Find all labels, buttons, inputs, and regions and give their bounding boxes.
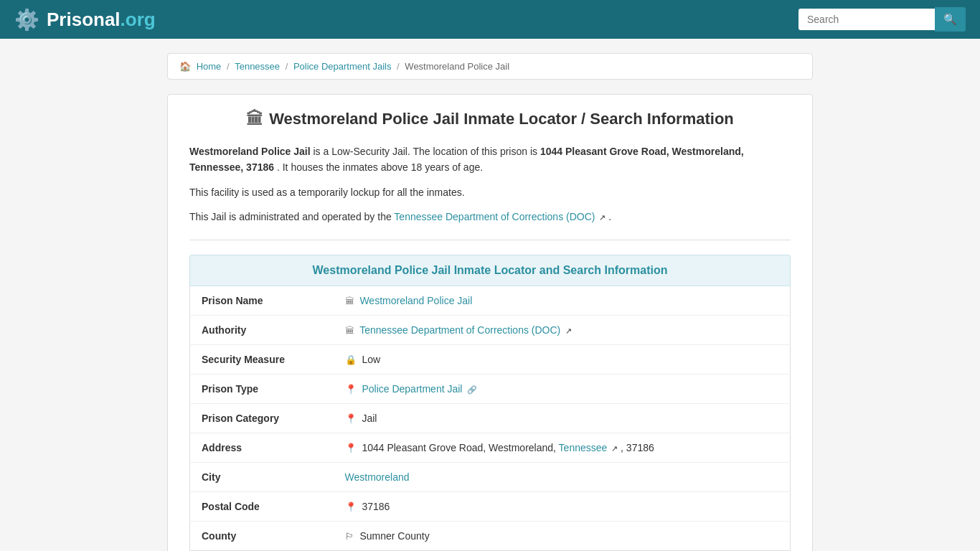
authority-link[interactable]: Tennessee Department of Corrections (DOC… <box>359 324 560 336</box>
table-row: Prison Category 📍 Jail <box>190 403 791 433</box>
description-1: Westmoreland Police Jail is a Low-Securi… <box>189 143 791 176</box>
search-input[interactable] <box>798 9 935 30</box>
value-prison-type: 📍 Police Department Jail 🔗 <box>334 374 791 403</box>
prison-title-icon: 🏛 <box>246 109 263 129</box>
logo-area: ⚙️ Prisonal.org <box>14 8 156 32</box>
value-prison-category: 📍 Jail <box>334 403 791 433</box>
postal-value: 37186 <box>362 501 390 512</box>
county-icon: 🏳 <box>345 531 354 542</box>
authority-icon: 🏛 <box>345 325 354 336</box>
breadcrumb-current: Westmoreland Police Jail <box>405 61 509 72</box>
prison-type-link[interactable]: Police Department Jail <box>362 383 462 395</box>
security-value: Low <box>362 354 380 365</box>
value-address: 📍 1044 Pleasant Grove Road, Westmoreland… <box>334 433 791 462</box>
value-postal: 📍 37186 <box>334 491 791 521</box>
label-security: Security Measure <box>190 344 334 374</box>
value-city: Westmoreland <box>334 462 791 491</box>
label-county: County <box>190 521 334 550</box>
description-2: This facility is used as a temporarily l… <box>189 184 791 200</box>
address-text-end: , 37186 <box>621 442 654 453</box>
table-row: City Westmoreland <box>190 462 791 491</box>
address-text-start: 1044 Pleasant Grove Road, Westmoreland, <box>362 442 558 453</box>
prison-type-chain-icon: 🔗 <box>467 385 477 394</box>
search-button[interactable]: 🔍 <box>935 7 966 32</box>
desc3-end: . <box>608 211 611 222</box>
prison-type-icon: 📍 <box>345 384 357 395</box>
table-row: Prison Type 📍 Police Department Jail 🔗 <box>190 374 791 403</box>
prison-name-link[interactable]: Westmoreland Police Jail <box>359 295 472 306</box>
breadcrumb-sep2: / <box>286 61 291 72</box>
ext-link-icon: ↗ <box>599 213 606 222</box>
breadcrumb: 🏠 Home / Tennessee / Police Department J… <box>167 53 813 80</box>
prison-category-value: Jail <box>362 413 377 424</box>
table-row: Prison Name 🏛 Westmoreland Police Jail <box>190 286 791 316</box>
prison-name-icon: 🏛 <box>345 296 354 306</box>
label-prison-type: Prison Type <box>190 374 334 403</box>
site-header: ⚙️ Prisonal.org 🔍 <box>0 0 980 39</box>
breadcrumb-tennessee[interactable]: Tennessee <box>235 61 280 72</box>
label-prison-category: Prison Category <box>190 403 334 433</box>
county-value: Sumner County <box>359 530 429 542</box>
info-table: Prison Name 🏛 Westmoreland Police Jail A… <box>189 286 791 551</box>
logo-icon: ⚙️ <box>14 8 39 32</box>
value-security: 🔒 Low <box>334 344 791 374</box>
table-row: Postal Code 📍 37186 <box>190 491 791 521</box>
table-row: County 🏳 Sumner County <box>190 521 791 550</box>
label-city: City <box>190 462 334 491</box>
page-title: 🏛 Westmoreland Police Jail Inmate Locato… <box>189 109 791 129</box>
desc1-end: . It houses the inmates above 18 years o… <box>277 161 483 173</box>
desc1-start: is a Low-Security Jail. The location of … <box>313 146 540 157</box>
table-row: Security Measure 🔒 Low <box>190 344 791 374</box>
address-state-link[interactable]: Tennessee <box>559 442 608 453</box>
label-address: Address <box>190 433 334 462</box>
label-prison-name: Prison Name <box>190 286 334 316</box>
table-row: Address 📍 1044 Pleasant Grove Road, West… <box>190 433 791 462</box>
label-authority: Authority <box>190 315 334 344</box>
table-row: Authority 🏛 Tennessee Department of Corr… <box>190 315 791 344</box>
postal-icon: 📍 <box>345 501 357 512</box>
address-ext-icon: ↗ <box>611 444 618 453</box>
value-prison-name: 🏛 Westmoreland Police Jail <box>334 286 791 316</box>
breadcrumb-police-jails[interactable]: Police Department Jails <box>293 61 392 72</box>
authority-ext-icon: ↗ <box>565 326 572 335</box>
city-link[interactable]: Westmoreland <box>345 471 410 483</box>
desc3-start: This Jail is administrated and operated … <box>189 211 394 222</box>
security-icon: 🔒 <box>345 354 357 365</box>
breadcrumb-sep1: / <box>227 61 232 72</box>
doc-link[interactable]: Tennessee Department of Corrections (DOC… <box>394 211 595 222</box>
label-postal: Postal Code <box>190 491 334 521</box>
prison-category-icon: 📍 <box>345 413 357 424</box>
search-icon: 🔍 <box>943 13 957 26</box>
home-icon: 🏠 <box>179 61 191 72</box>
content-area: 🏛 Westmoreland Police Jail Inmate Locato… <box>167 94 813 551</box>
logo-org: .org <box>121 9 156 30</box>
page-title-text: Westmoreland Police Jail Inmate Locator … <box>269 110 734 128</box>
section-title-text: Westmoreland Police Jail Inmate Locator … <box>313 264 668 276</box>
search-area: 🔍 <box>798 7 966 32</box>
breadcrumb-home[interactable]: Home <box>197 61 222 72</box>
divider <box>189 240 791 240</box>
address-icon: 📍 <box>345 443 357 453</box>
prison-name-bold: Westmoreland Police Jail <box>189 146 311 157</box>
breadcrumb-sep3: / <box>397 61 402 72</box>
description-3: This Jail is administrated and operated … <box>189 209 791 225</box>
logo-link[interactable]: Prisonal.org <box>47 9 156 31</box>
info-section-title: Westmoreland Police Jail Inmate Locator … <box>189 255 791 286</box>
value-authority: 🏛 Tennessee Department of Corrections (D… <box>334 315 791 344</box>
logo-main: Prisonal <box>47 9 121 30</box>
desc2-text: This facility is used as a temporarily l… <box>189 187 465 198</box>
value-county: 🏳 Sumner County <box>334 521 791 550</box>
